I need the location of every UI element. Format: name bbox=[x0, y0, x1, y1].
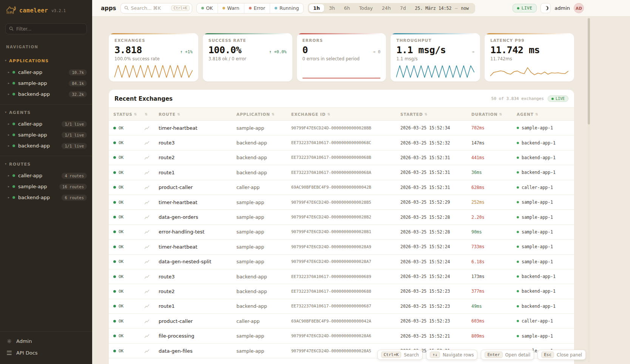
card-value-row: 11.742 ms bbox=[490, 45, 568, 55]
table-row[interactable]: OKroute2backend-appEE7322370A10617-00000… bbox=[109, 151, 574, 165]
sidebar-item-backend-app[interactable]: ▸backend-app32.2k bbox=[0, 89, 92, 100]
trend-icon bbox=[145, 303, 159, 310]
time-range-today[interactable]: Today bbox=[355, 4, 377, 12]
sidebar-item-admin[interactable]: Admin bbox=[0, 335, 92, 347]
table-row[interactable]: OKroute1backend-appEE7322370A10617-00000… bbox=[109, 299, 574, 314]
global-search[interactable]: Ctrl+K bbox=[120, 3, 192, 14]
table-row[interactable]: OKdata-gen-orderssample-app90799F47E6CD2… bbox=[109, 210, 574, 224]
sidebar-filter[interactable] bbox=[5, 23, 87, 34]
table-row[interactable]: OKproduct-callercaller-app69AC90BF8EBC4F… bbox=[109, 180, 574, 195]
sort-icon: ⇅ bbox=[499, 112, 502, 116]
card-value: 1.1 msg/s bbox=[396, 45, 446, 55]
time-range-7d[interactable]: 7d bbox=[396, 4, 410, 12]
status-filter-error[interactable]: Error bbox=[244, 3, 270, 13]
agent-status-dot bbox=[517, 127, 519, 129]
route-cell: product-caller bbox=[159, 184, 236, 190]
logo[interactable]: cameleer v3.2.1 bbox=[0, 0, 92, 18]
application-cell: sample-app bbox=[236, 348, 291, 354]
ok-status-dot bbox=[113, 230, 116, 233]
status-filter-running[interactable]: Running bbox=[270, 3, 303, 13]
agent-status-dot bbox=[517, 201, 519, 203]
table-row[interactable]: OKroute1backend-appEE7322370A10617-00000… bbox=[109, 165, 574, 180]
table-row[interactable]: OKerror-handling-testsample-app90799F47E… bbox=[109, 225, 574, 240]
duration-cell: 603ms bbox=[471, 318, 517, 324]
time-range-24h[interactable]: 24h bbox=[378, 4, 395, 12]
column-header-application[interactable]: APPLICATION⇅ bbox=[236, 112, 291, 117]
sidebar-item-caller-app[interactable]: ▸caller-app1/1 live bbox=[0, 118, 92, 129]
table-row[interactable]: OKtimer-heartbeatsample-app90799F47E6CD2… bbox=[109, 240, 574, 254]
avatar[interactable]: AD bbox=[574, 3, 584, 13]
trend-icon bbox=[145, 273, 159, 280]
status-dot bbox=[12, 123, 15, 125]
trend-icon bbox=[145, 124, 159, 132]
status-cell: OK bbox=[113, 170, 145, 175]
section-header-routes[interactable]: ▾ROUTES bbox=[0, 160, 92, 170]
sidebar-filter-input[interactable] bbox=[16, 26, 83, 32]
theme-toggle-button[interactable] bbox=[540, 3, 551, 13]
status-filter-warn[interactable]: Warn bbox=[218, 3, 244, 13]
started-cell: 2026-03-25 15:52:32 bbox=[400, 140, 471, 146]
ok-status-dot bbox=[113, 260, 116, 263]
column-header-route[interactable]: ROUTE⇅ bbox=[159, 112, 236, 117]
shortcut-hint-navigate-rows: ↑↓Navigate rows bbox=[426, 350, 477, 360]
application-cell: backend-app bbox=[236, 289, 291, 294]
scrollbar-thumb[interactable] bbox=[588, 18, 590, 124]
sidebar-item-sample-app[interactable]: ▸sample-app84.1k bbox=[0, 78, 92, 89]
time-range-3h[interactable]: 3h bbox=[325, 4, 339, 12]
sidebar-item-backend-app[interactable]: ▸backend-app1/1 live bbox=[0, 140, 92, 151]
time-range-6h[interactable]: 6h bbox=[340, 4, 354, 12]
table-row[interactable]: OKtimer-heartbeatsample-app90799F47E6CD2… bbox=[109, 121, 574, 135]
exchange-id-cell: 90799F47E6CD24D-00000000000028B5 bbox=[291, 200, 400, 205]
agent-label: sample-app-1 bbox=[522, 125, 553, 131]
sidebar-section-applications: ▾APPLICATIONS▸caller-app10.7k▸sample-app… bbox=[0, 53, 92, 104]
chevron-right-icon: ▸ bbox=[8, 196, 9, 199]
column-header-agent[interactable]: AGENT⇅ bbox=[517, 112, 574, 117]
sidebar-item-label: sample-app bbox=[18, 184, 56, 189]
card-value-row: 0→ 0 bbox=[303, 45, 381, 55]
exchange-count-summary: 50 of 3.834 exchanges bbox=[491, 96, 544, 101]
application-cell: caller-app bbox=[236, 184, 291, 190]
status-label: OK bbox=[119, 259, 124, 264]
table-row[interactable]: OKfile-processingsample-app90799F47E6CD2… bbox=[109, 329, 574, 343]
sidebar-item-caller-app[interactable]: ▸caller-app4 routes bbox=[0, 170, 92, 181]
sidebar-item-label: backend-app bbox=[18, 195, 59, 200]
route-cell: route2 bbox=[159, 289, 236, 294]
section-header-applications[interactable]: ▾APPLICATIONS bbox=[0, 56, 92, 67]
status-cell: OK bbox=[113, 140, 145, 145]
sidebar-item-caller-app[interactable]: ▸caller-app10.7k bbox=[0, 67, 92, 78]
route-cell: timer-heartbeat bbox=[159, 244, 236, 250]
chevron-right-icon: ▸ bbox=[8, 71, 9, 74]
time-range-1h[interactable]: 1h bbox=[309, 4, 324, 12]
column-header-exchange-id[interactable]: EXCHANGE ID⇅ bbox=[291, 112, 400, 117]
panel-title: Recent Exchanges bbox=[114, 95, 173, 102]
agent-cell: caller-app-1 bbox=[517, 185, 574, 190]
table-row[interactable]: OKroute2backend-appEE7322370A10617-00000… bbox=[109, 284, 574, 299]
column-header-trend[interactable]: ⇅ bbox=[145, 112, 159, 116]
column-header-duration[interactable]: DURATION⇅ bbox=[471, 112, 517, 117]
started-cell: 2026-03-25 15:52:28 bbox=[400, 229, 471, 235]
status-filter-ok[interactable]: OK bbox=[197, 3, 218, 13]
application-cell: sample-app bbox=[236, 259, 291, 264]
card-delta: ↑ +1% bbox=[180, 49, 193, 54]
agent-status-dot bbox=[517, 275, 519, 278]
search-input[interactable] bbox=[131, 5, 169, 11]
table-row[interactable]: OKtimer-heartbeatsample-app90799F47E6CD2… bbox=[109, 195, 574, 210]
table-row[interactable]: OKproduct-callercaller-app69AC90BF8EBC4F… bbox=[109, 314, 574, 329]
sidebar-item-sample-app[interactable]: ▸sample-app1/1 live bbox=[0, 129, 92, 140]
search-icon bbox=[124, 5, 129, 12]
table-row[interactable]: OKroute3backend-appEE7322370A10617-00000… bbox=[109, 269, 574, 284]
scrollbar-track[interactable] bbox=[588, 17, 590, 362]
column-header-started[interactable]: STARTED⇅ bbox=[400, 112, 471, 117]
column-header-status[interactable]: STATUS⇅ bbox=[113, 112, 145, 117]
status-label: OK bbox=[119, 155, 124, 160]
column-header-label: DURATION bbox=[471, 112, 497, 117]
sidebar-item-backend-app[interactable]: ▸backend-app6 routes bbox=[0, 192, 92, 203]
table-row[interactable]: OKdata-gen-nested-splitsample-app90799F4… bbox=[109, 255, 574, 269]
table-row[interactable]: OKroute3backend-appEE7322370A10617-00000… bbox=[109, 135, 574, 150]
status-dot bbox=[12, 93, 15, 95]
shortcut-label: Navigate rows bbox=[443, 352, 474, 358]
section-header-agents[interactable]: ▾AGENTS bbox=[0, 108, 92, 118]
started-cell: 2026-03-25 15:52:24 bbox=[400, 244, 471, 249]
sidebar-item-sample-app[interactable]: ▸sample-app16 routes bbox=[0, 181, 92, 192]
sidebar-item-api-docs[interactable]: API Docs bbox=[0, 347, 92, 359]
